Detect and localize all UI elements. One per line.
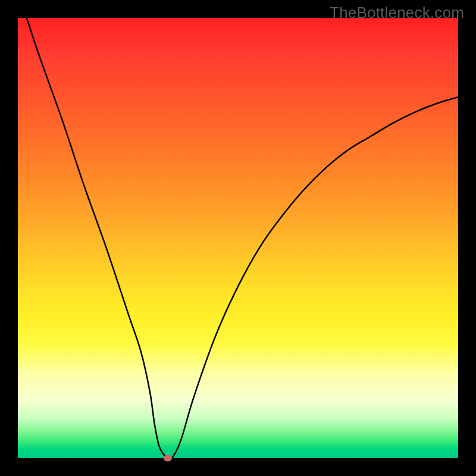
curve-svg [18, 18, 458, 458]
bottleneck-curve-path [27, 18, 458, 458]
chart-container: TheBottleneck.com [0, 0, 476, 476]
minimum-marker [164, 455, 172, 462]
plot-area [18, 18, 458, 458]
